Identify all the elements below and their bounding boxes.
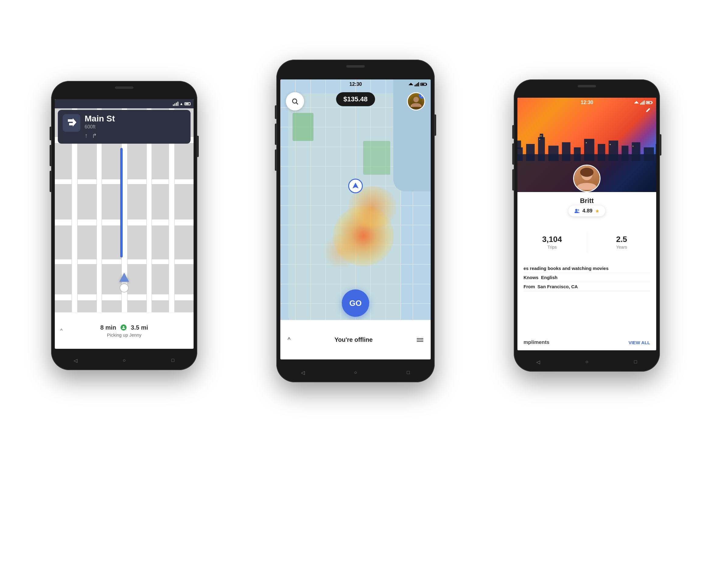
phone-map: GO 12:30 bbox=[276, 60, 435, 382]
back-button[interactable]: ◁ bbox=[71, 356, 80, 365]
driver-avatar: 2 bbox=[407, 92, 425, 110]
person-group-icon bbox=[574, 208, 580, 214]
go-button-label: GO bbox=[349, 299, 362, 308]
route-line bbox=[120, 148, 123, 258]
years-stat: 2.5 Years bbox=[587, 228, 656, 256]
sub-nav: ↑ ↱ bbox=[85, 132, 186, 139]
driver-avatar-container[interactable]: 2 bbox=[407, 92, 425, 110]
svg-rect-13 bbox=[574, 147, 580, 161]
person-dot bbox=[121, 324, 127, 330]
home-button-p2[interactable]: ○ bbox=[351, 368, 360, 377]
earnings-badge: $135.48 bbox=[336, 92, 375, 106]
phone2-power-btn bbox=[435, 114, 436, 136]
sf-park2 bbox=[363, 141, 390, 174]
view-all-button[interactable]: VIEW ALL bbox=[628, 340, 650, 345]
language-label: Knows bbox=[523, 275, 538, 280]
signal-bars bbox=[173, 102, 178, 106]
svg-rect-9 bbox=[538, 137, 545, 161]
battery-p3 bbox=[646, 101, 652, 104]
phone2-status-icons bbox=[408, 82, 426, 86]
navigation-bottom-bar: ^ 8 min 3.5 mi Picking up Jenny bbox=[55, 312, 194, 349]
svg-rect-7 bbox=[517, 140, 521, 149]
svg-point-0 bbox=[123, 326, 124, 328]
svg-rect-11 bbox=[548, 146, 559, 161]
profile-avatar bbox=[573, 165, 601, 192]
phone1-status-bar: ▲ bbox=[55, 99, 194, 108]
trip-info: 8 min 3.5 mi bbox=[101, 324, 148, 331]
svg-point-28 bbox=[575, 209, 577, 211]
location-value: San Francisco, CA bbox=[538, 284, 578, 289]
location-arrow bbox=[348, 179, 363, 193]
home-button[interactable]: ○ bbox=[120, 356, 128, 365]
phone1-power-btn bbox=[197, 136, 199, 157]
phones-container: ▲ Main St 600ft ↑ bbox=[21, 20, 690, 568]
rating-badge: 4.89 ★ bbox=[568, 205, 605, 216]
svg-rect-21 bbox=[541, 135, 541, 136]
phone2-screen: GO 12:30 bbox=[280, 80, 431, 360]
trip-miles: 3.5 mi bbox=[131, 324, 148, 331]
offline-status-bar: ^ You're offline bbox=[280, 320, 431, 360]
sub-straight: ↑ bbox=[85, 132, 88, 139]
phone3-inner: Britt 4.89 ★ bbox=[514, 80, 660, 372]
wifi-signal bbox=[408, 82, 413, 86]
phone2-nav-buttons: ◁ ○ □ bbox=[276, 368, 435, 377]
recents-button-p3[interactable]: □ bbox=[631, 357, 640, 366]
distance-text: 600ft bbox=[85, 124, 186, 130]
driver-name: Britt bbox=[580, 197, 594, 204]
language-value: English bbox=[541, 275, 558, 280]
collapse-button[interactable]: ^ bbox=[288, 336, 290, 343]
phone-navigation: ▲ Main St 600ft ↑ bbox=[51, 81, 197, 370]
phone1-nav-buttons: ◁ ○ □ bbox=[51, 356, 197, 365]
offline-text: You're offline bbox=[335, 336, 373, 343]
stats-section: 3,104 Trips 2.5 Years bbox=[517, 228, 656, 256]
phone3-speaker bbox=[578, 85, 596, 87]
battery-p2 bbox=[420, 83, 426, 86]
years-label: Years bbox=[590, 245, 653, 249]
recents-button[interactable]: □ bbox=[169, 356, 177, 365]
phone3-time: 12:30 bbox=[581, 100, 593, 105]
svg-point-27 bbox=[580, 168, 594, 177]
phone2-speaker bbox=[346, 65, 365, 68]
svg-rect-14 bbox=[584, 139, 595, 161]
phone1-inner: ▲ Main St 600ft ↑ bbox=[51, 81, 197, 370]
go-button[interactable]: GO bbox=[342, 289, 369, 317]
rating-star: ★ bbox=[595, 208, 599, 214]
battery-icon bbox=[185, 102, 191, 105]
years-number: 2.5 bbox=[590, 235, 653, 244]
svg-rect-16 bbox=[609, 140, 618, 161]
search-button[interactable] bbox=[286, 92, 304, 110]
bio-line: es reading books and watching movies bbox=[523, 264, 650, 273]
trips-number: 3,104 bbox=[520, 235, 584, 244]
recents-button-p2[interactable]: □ bbox=[404, 368, 412, 377]
compliments-label: mpliments bbox=[523, 339, 550, 345]
svg-point-29 bbox=[578, 210, 579, 211]
trips-label: Trips bbox=[520, 245, 584, 249]
svg-rect-23 bbox=[586, 142, 587, 143]
signal-bars-p2 bbox=[414, 82, 419, 86]
phone3-screen: Britt 4.89 ★ bbox=[517, 98, 656, 350]
menu-button[interactable] bbox=[417, 338, 423, 342]
svg-rect-24 bbox=[610, 144, 610, 145]
home-button-p3[interactable]: ○ bbox=[583, 357, 591, 366]
back-button-p3[interactable]: ◁ bbox=[534, 357, 542, 366]
bio-text: es reading books and watching movies bbox=[523, 266, 608, 271]
svg-rect-22 bbox=[539, 139, 540, 140]
back-button-p2[interactable]: ◁ bbox=[299, 368, 307, 377]
svg-point-1 bbox=[293, 99, 297, 103]
phone2-inner: GO 12:30 bbox=[276, 60, 435, 382]
svg-rect-15 bbox=[598, 144, 605, 161]
svg-rect-17 bbox=[622, 146, 628, 161]
compliments-section: mpliments VIEW ALL bbox=[517, 334, 656, 350]
phone1-status-icons: ▲ bbox=[173, 102, 191, 106]
phone2-time: 12:30 bbox=[349, 82, 362, 87]
location-label: From bbox=[523, 284, 535, 289]
edit-button[interactable] bbox=[645, 107, 651, 114]
svg-rect-12 bbox=[562, 142, 570, 161]
language-line: Knows English bbox=[523, 273, 650, 282]
phone3-power-btn bbox=[660, 134, 661, 155]
phone3-nav-buttons: ◁ ○ □ bbox=[514, 357, 660, 366]
expand-icon[interactable]: ^ bbox=[60, 328, 63, 333]
svg-rect-25 bbox=[632, 146, 633, 147]
avatar-photo bbox=[574, 166, 600, 191]
phone3-status-bar: 12:30 bbox=[517, 98, 656, 107]
